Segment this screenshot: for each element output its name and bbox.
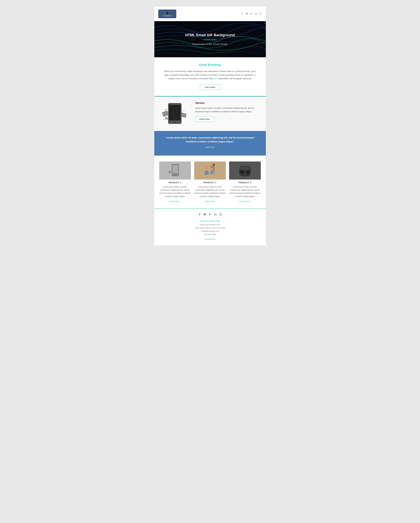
svg-point-35 (245, 175, 245, 175)
testimonial-section: "Lorem ipsum dolor sit amet, consectetur… (154, 131, 266, 155)
unsubscribe-link[interactable]: unsubscribe (161, 238, 259, 240)
svg-rect-3 (260, 12, 262, 15)
product-2-learn-more[interactable]: Learn more.. (204, 200, 215, 203)
products-grid: PRODUCT 1 Lorem ipsum dolor sit amet, co… (159, 162, 261, 203)
svg-marker-0 (251, 13, 252, 15)
footer-links: View as a Web Page (161, 220, 259, 222)
product-2-image (194, 162, 226, 180)
logo-text: Company (163, 15, 172, 16)
product-3-image (229, 162, 261, 180)
service-content: Service Lorem ipsum dolor sit amet, cons… (195, 102, 259, 122)
product-1-image (159, 162, 191, 180)
product-2-name: PRODUCT 2 (194, 181, 226, 184)
visit-online-button[interactable]: Visit Online (200, 84, 220, 90)
testimonial-quote: "Lorem ipsum dolor sit amet, consectetur… (163, 136, 258, 144)
footer-instagram-icon[interactable] (219, 213, 222, 216)
branding-section: Email Branding When you consistently cre… (154, 57, 266, 96)
footer-twitter-icon[interactable] (203, 213, 206, 216)
logo-button[interactable]: 📱 Company (158, 9, 176, 18)
product-card-2: PRODUCT 2 Lorem ipsum dolor sit amet, co… (194, 162, 226, 203)
svg-point-16 (165, 109, 166, 110)
youtube-icon[interactable] (250, 12, 253, 16)
footer-social-icons (161, 213, 259, 216)
testimonial-author: -Jane Doe (163, 145, 258, 149)
svg-rect-15 (165, 117, 168, 120)
product-3-name: PRODUCT 3 (229, 181, 261, 184)
twitter-icon[interactable] (246, 12, 248, 16)
branding-heading-plain: Email (199, 63, 207, 66)
hero-divider (204, 40, 217, 40)
svg-point-32 (241, 171, 243, 173)
branding-heading-colored: Branding (208, 63, 221, 66)
logo-icon: 📱 (166, 11, 169, 14)
hero-subtitle: Responsive HTML Email Design (192, 43, 228, 45)
email-container: 📱 Company (154, 7, 266, 245)
footer: View as a Web Page www.yourcompany.com 1… (154, 209, 266, 245)
svg-point-38 (214, 213, 214, 213)
email-header: 📱 Company (154, 7, 266, 21)
footer-address: 1234 Street Name, City, ST, 56789 (161, 227, 259, 229)
svg-rect-39 (219, 213, 222, 215)
svg-rect-26 (214, 165, 214, 172)
svg-point-2 (255, 12, 255, 13)
service-heading: Service (195, 102, 259, 105)
svg-point-18 (163, 119, 164, 120)
svg-point-21 (175, 174, 176, 176)
view-as-webpage-link[interactable]: View as a Web Page (161, 220, 259, 222)
product-card-3: PRODUCT 3 Lorem ipsum dolor sit amet, co… (229, 162, 261, 203)
hero-title: HTML Email GIF Background (185, 33, 235, 37)
phone-illustration (161, 102, 188, 125)
svg-rect-13 (162, 110, 169, 117)
read-more-button[interactable]: Read more (195, 116, 214, 122)
footer-info: www.yourcompany.com 1234 Street Name, Ci… (161, 223, 259, 236)
product-1-learn-more[interactable]: Learn more.. (169, 200, 181, 203)
footer-linkedin-icon[interactable] (214, 213, 217, 216)
products-section: PRODUCT 1 Lorem ipsum dolor sit amet, co… (154, 155, 266, 209)
svg-rect-37 (214, 214, 214, 215)
service-section: Service Lorem ipsum dolor sit amet, cons… (154, 96, 266, 131)
header-social-icons (241, 12, 262, 16)
svg-point-34 (247, 171, 249, 173)
product-3-body: Lorem ipsum dolor sit amet, consectetur … (229, 185, 261, 198)
branding-link[interactable]: your (213, 77, 217, 80)
hero-section: HTML Email GIF Background Responsive HTM… (154, 21, 266, 57)
branding-heading: Email Branding (164, 63, 256, 67)
svg-rect-1 (255, 13, 255, 15)
svg-marker-36 (209, 213, 211, 215)
product-1-name: PRODUCT 1 (159, 181, 191, 184)
linkedin-icon[interactable] (255, 12, 257, 16)
product-1-body: Lorem ipsum dolor sit amet, consectetur … (159, 185, 191, 198)
footer-facebook-icon[interactable] (198, 213, 201, 216)
branding-body: When you consistently create campaigns t… (164, 70, 256, 80)
product-3-learn-more[interactable]: Learn more.. (239, 200, 251, 203)
svg-rect-5 (154, 21, 266, 57)
svg-point-25 (210, 165, 214, 169)
facebook-icon[interactable] (241, 12, 244, 16)
svg-rect-7 (169, 105, 181, 121)
footer-email[interactable]: email@example.com (201, 230, 219, 232)
instagram-icon[interactable] (259, 12, 262, 16)
svg-point-29 (214, 164, 215, 165)
service-image-wrapper (161, 102, 190, 126)
product-2-body: Lorem ipsum dolor sit amet, consectetur … (194, 185, 226, 198)
svg-rect-20 (173, 165, 178, 173)
product-card-1: PRODUCT 1 Lorem ipsum dolor sit amet, co… (159, 162, 191, 203)
footer-phone: 123-456-7890 (161, 233, 259, 236)
svg-point-24 (205, 165, 209, 169)
footer-youtube-icon[interactable] (209, 213, 212, 216)
svg-point-12 (174, 121, 176, 123)
hero-waves (154, 21, 266, 57)
svg-point-30 (239, 166, 251, 170)
svg-point-23 (169, 172, 170, 173)
svg-point-17 (183, 110, 184, 111)
footer-website[interactable]: www.yourcompany.com (200, 223, 220, 226)
service-body: Lorem ipsum dolor sit amet, consectetur … (195, 106, 259, 113)
